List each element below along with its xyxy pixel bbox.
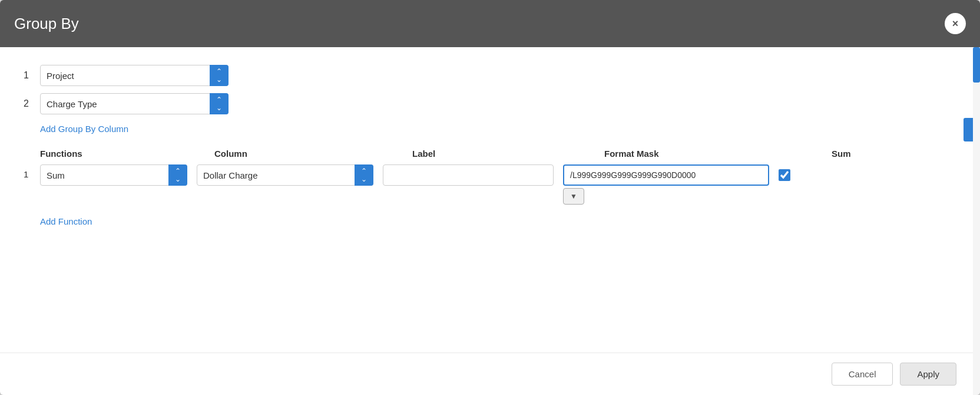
column-col-header: Column bbox=[214, 149, 403, 159]
column-select-wrapper: Dollar Charge Amount Hours Units bbox=[197, 164, 373, 186]
format-mask-container: ▼ bbox=[563, 164, 769, 205]
group-by-modal: Group By × 1 Project Charge Type Departm… bbox=[0, 0, 980, 395]
modal-header: Group By × bbox=[0, 0, 980, 47]
modal-footer: Cancel Apply bbox=[0, 353, 980, 395]
groupby-select-1[interactable]: Project Charge Type Department Category bbox=[40, 65, 229, 86]
sum-col-header: Sum bbox=[832, 149, 851, 159]
scrollbar-track bbox=[973, 47, 980, 395]
modal-body: 1 Project Charge Type Department Categor… bbox=[0, 47, 980, 353]
format-mask-dropdown-button[interactable]: ▼ bbox=[563, 188, 584, 205]
groupby-select-wrapper-2: Project Charge Type Department Category bbox=[40, 93, 229, 114]
row-number-1: 1 bbox=[24, 70, 40, 81]
format-mask-col-header: Format Mask bbox=[604, 149, 822, 159]
functions-section: Functions Column Label Format Mask Sum 1… bbox=[24, 149, 956, 341]
add-group-by-column-link[interactable]: Add Group By Column bbox=[40, 124, 128, 134]
function-select-wrapper: Sum Count Average Min Max bbox=[40, 164, 187, 186]
group-by-section: 1 Project Charge Type Department Categor… bbox=[24, 65, 956, 134]
func-row-number-1: 1 bbox=[24, 164, 40, 179]
close-button[interactable]: × bbox=[945, 13, 966, 34]
column-select[interactable]: Dollar Charge Amount Hours Units bbox=[197, 164, 373, 186]
sum-checkbox[interactable] bbox=[779, 169, 790, 181]
groupby-select-wrapper-1: Project Charge Type Department Category bbox=[40, 65, 229, 86]
modal-title: Group By bbox=[14, 15, 79, 33]
format-mask-input[interactable] bbox=[563, 164, 769, 186]
functions-header: Functions Column Label Format Mask Sum bbox=[24, 149, 956, 159]
functions-col-header: Functions bbox=[40, 149, 205, 159]
label-input[interactable] bbox=[383, 164, 554, 186]
row-number-2: 2 bbox=[24, 98, 40, 109]
function-select[interactable]: Sum Count Average Min Max bbox=[40, 164, 187, 186]
scrollbar-thumb[interactable] bbox=[973, 47, 980, 83]
groupby-select-2[interactable]: Project Charge Type Department Category bbox=[40, 93, 229, 114]
function-row-1: 1 Sum Count Average Min Max bbox=[24, 164, 956, 205]
groupby-row-2: 2 Project Charge Type Department Categor… bbox=[24, 93, 956, 114]
side-indicator bbox=[964, 118, 973, 141]
label-col-header: Label bbox=[412, 149, 595, 159]
cancel-button[interactable]: Cancel bbox=[832, 363, 893, 386]
func-row-content-1: Sum Count Average Min Max Dollar Charge … bbox=[40, 164, 790, 205]
apply-button[interactable]: Apply bbox=[900, 363, 956, 386]
groupby-row-1: 1 Project Charge Type Department Categor… bbox=[24, 65, 956, 86]
add-function-link[interactable]: Add Function bbox=[40, 216, 92, 226]
